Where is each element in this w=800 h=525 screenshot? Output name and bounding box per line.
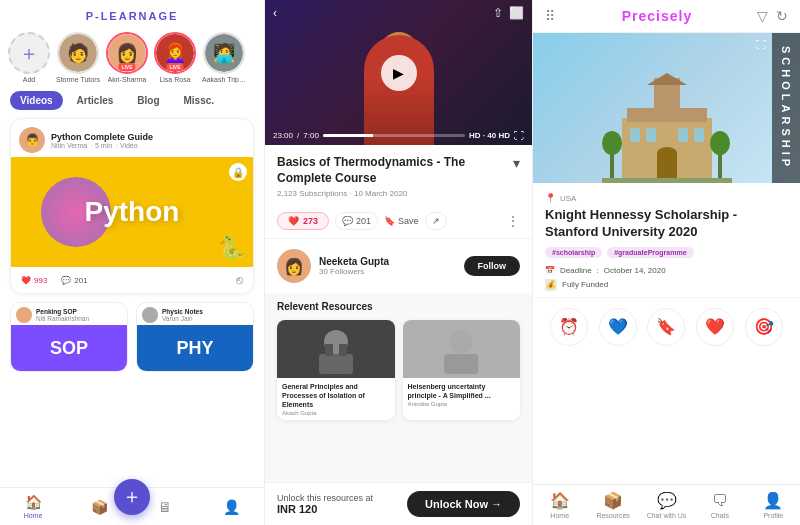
share-button[interactable]: ↗: [425, 212, 447, 230]
unlock-price-section: Unlock this resources at INR 120: [277, 493, 373, 515]
refresh-icon[interactable]: ↻: [776, 8, 788, 24]
video-cast-btn[interactable]: ⬜: [509, 6, 524, 20]
course-meta-info: 2,123 Subscriptions · 10 March 2020: [277, 189, 520, 198]
resource-card-1[interactable]: General Principles and Processes of Isol…: [277, 320, 395, 420]
course-main-title: Basics of Thermodynamics - The Complete …: [277, 155, 513, 186]
chevron-down-icon[interactable]: ▾: [513, 155, 520, 171]
story-item-1[interactable]: 🧑 Storme Tutors: [56, 32, 100, 83]
snake-icon: 🐍: [218, 235, 245, 261]
action-btn-heart-red[interactable]: ❤️: [696, 308, 734, 346]
video-bottom-controls: 23:00 / 7:00 HD · 40 HD ⛶: [265, 130, 532, 141]
right-nav-resources[interactable]: 📦 Resources: [586, 491, 639, 519]
likes-stat: ❤️ 993: [21, 276, 47, 285]
target-icon: 🎯: [754, 317, 774, 336]
nav-profile[interactable]: 👤: [198, 499, 264, 515]
fullscreen-icon[interactable]: ⛶: [514, 130, 524, 141]
play-button[interactable]: ▶: [381, 55, 417, 91]
expand-icon[interactable]: ⛶: [756, 39, 766, 50]
bookmark-icon: 🔖: [656, 317, 676, 336]
story-item-3[interactable]: 👩‍🦰 LIVE Lisa Rosa: [154, 32, 196, 83]
share-icon[interactable]: ⎋: [236, 273, 243, 287]
mini-card-sop[interactable]: Penking SOP Niti Ramakrishnan SOP: [10, 302, 128, 372]
follow-button[interactable]: Follow: [464, 256, 521, 276]
story-item-4[interactable]: 🧑‍💻 Aakash Tripati: [202, 32, 246, 83]
heart-icon: ❤️: [21, 276, 31, 285]
story-name-3: Lisa Rosa: [159, 76, 190, 83]
story-avatar-2[interactable]: 👩 LIVE: [106, 32, 148, 74]
grid-dots-icon: ⠿: [545, 8, 557, 24]
svg-marker-10: [647, 73, 687, 85]
resource-thumb-1: [277, 320, 395, 378]
right-nav-chat-us[interactable]: 💬 Chat with Us: [640, 491, 693, 519]
unlock-price: INR 120: [277, 503, 373, 515]
video-time-current: 23:00: [273, 131, 293, 140]
svg-rect-14: [694, 128, 704, 142]
unlock-now-button[interactable]: Unlock Now →: [407, 491, 520, 517]
tab-videos[interactable]: Videos: [10, 91, 63, 110]
right-home-label: Home: [550, 512, 569, 519]
share-icon: ↗: [432, 216, 440, 226]
right-nav-chats[interactable]: 🗨 Chats: [693, 492, 746, 519]
left-bottom-nav: 🏠 Home 📦 ＋ 🖥 👤: [0, 487, 264, 525]
video-quality-label: HD · 40 HD: [469, 131, 510, 140]
story-live-badge-2: LIVE: [118, 63, 135, 71]
filter-icon[interactable]: ▽: [757, 8, 768, 24]
thumb-label: Python: [85, 196, 180, 228]
save-button[interactable]: 🔖 Save: [384, 216, 419, 226]
scholarship-name: Knight Hennessy Scholarship - Stanford U…: [545, 207, 788, 241]
add-story-item[interactable]: ＋ Add: [8, 32, 50, 83]
tag-scholarship[interactable]: #scholarship: [545, 247, 602, 258]
alarm-icon: ⏰: [559, 317, 579, 336]
scholarship-location: 📍 USA: [545, 193, 788, 203]
mini-card-physics-header: Physic Notes Varun Jain: [137, 303, 253, 325]
nav-home[interactable]: 🏠 Home: [0, 494, 66, 519]
resource-name-2: Heisenberg uncertainty principle - A Sim…: [408, 382, 516, 400]
story-avatar-4[interactable]: 🧑‍💻: [203, 32, 245, 74]
story-avatar-3[interactable]: 👩‍🦰 LIVE: [154, 32, 196, 74]
stories-row: ＋ Add 🧑 Storme Tutors 👩 LIVE Akri-Sharma…: [0, 28, 264, 91]
svg-rect-2: [325, 344, 333, 356]
python-thumbnail[interactable]: Python 🔒 🐍: [11, 157, 253, 267]
svg-point-16: [657, 147, 677, 159]
fab-button[interactable]: ＋: [114, 479, 150, 515]
tab-articles[interactable]: Articles: [67, 91, 124, 110]
right-resources-icon: 📦: [603, 491, 623, 510]
action-btn-alarm[interactable]: ⏰: [550, 308, 588, 346]
precisely-title: Precisely: [622, 8, 693, 24]
story-name-1: Storme Tutors: [56, 76, 100, 83]
action-btn-heart-blue[interactable]: 💙: [599, 308, 637, 346]
video-back-btn[interactable]: ‹: [273, 6, 277, 20]
scholarship-deadline: 📅 Deadline : October 14, 2020: [545, 266, 788, 275]
mini-card-sop-thumb: SOP: [11, 325, 127, 371]
video-share-btn[interactable]: ⇧: [493, 6, 503, 20]
tab-misc[interactable]: Missc.: [174, 91, 225, 110]
story-item-2[interactable]: 👩 LIVE Akri-Sharma: [106, 32, 148, 83]
like-button[interactable]: ❤️ 273: [277, 212, 329, 230]
tab-blog[interactable]: Blog: [127, 91, 169, 110]
instructor-name: Neeketa Gupta: [319, 256, 456, 267]
comment-icon: 💬: [342, 216, 353, 226]
tag-programme[interactable]: #graduateProgramme: [607, 247, 693, 258]
more-options-button[interactable]: ⋮: [506, 213, 520, 229]
location-icon: 📍: [545, 193, 556, 203]
story-avatar-1[interactable]: 🧑: [57, 32, 99, 74]
video-progress-bar[interactable]: [323, 134, 465, 137]
lock-icon: 🔒: [229, 163, 247, 181]
mini-card-physics[interactable]: Physic Notes Varun Jain PHY: [136, 302, 254, 372]
video-presenter: ▶: [265, 0, 532, 145]
video-player: ▶ ‹ ⇧ ⬜ 23:00 / 7:00 HD · 40 HD ⛶: [265, 0, 532, 145]
right-profile-icon: 👤: [763, 491, 783, 510]
middle-panel: ▶ ‹ ⇧ ⬜ 23:00 / 7:00 HD · 40 HD ⛶ Basics…: [265, 0, 533, 525]
comment-button[interactable]: 💬 201: [335, 212, 378, 230]
story-live-badge-3: LIVE: [166, 63, 183, 71]
action-btn-target[interactable]: 🎯: [745, 308, 783, 346]
resource-author-1: Akash Gupta: [282, 410, 390, 416]
add-story-btn[interactable]: ＋: [8, 32, 50, 74]
right-nav-home[interactable]: 🏠 Home: [533, 491, 586, 519]
right-chats-label: Chats: [711, 512, 729, 519]
right-nav-profile[interactable]: 👤 Profile: [747, 491, 800, 519]
resource-card-2[interactable]: Heisenberg uncertainty principle - A Sim…: [403, 320, 521, 420]
add-story-label: Add: [23, 76, 35, 83]
course-author-avatar: 👨: [19, 127, 45, 153]
action-btn-bookmark[interactable]: 🔖: [647, 308, 685, 346]
